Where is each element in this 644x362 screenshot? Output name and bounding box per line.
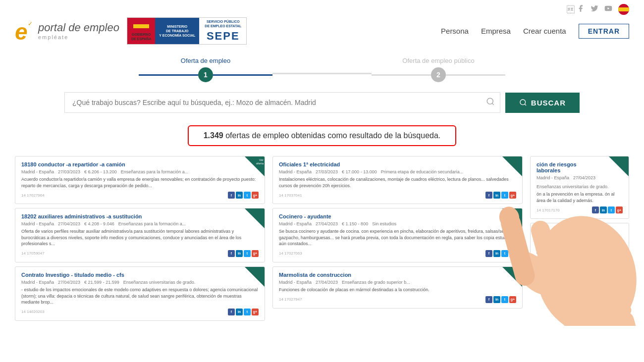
social-share-2-1: f in t g+	[485, 192, 516, 199]
job-card-3-1[interactable]: ción de riesgos laborales Madrid - Españ…	[530, 156, 629, 219]
share-gp-1-1[interactable]: g+	[252, 192, 259, 199]
header-main: e ✓ portal de empleo empléate GOBIERNODE…	[0, 15, 644, 52]
svg-point-6	[487, 98, 493, 104]
buscar-search-icon	[519, 99, 527, 106]
job-salary-2-2: € 1.150 - 800	[342, 221, 368, 226]
job-date-3-2: 27/04/2023	[554, 236, 577, 241]
job-card-2-3[interactable]: Marmolista de construccion Madrid - Espa…	[272, 266, 523, 309]
job-location-1-1: Madrid - España	[21, 169, 54, 174]
step2-line-right	[446, 74, 505, 76]
youtube-icon[interactable]	[604, 4, 612, 14]
language-flag[interactable]	[618, 4, 629, 15]
job-meta-2-3: Madrid - España 27/04/2023 Enseñanzas de…	[279, 280, 516, 285]
job-title-3-2: Cre...	[537, 228, 623, 234]
job-card-1-3[interactable]: Contrato Investigo - titulado medio - cf…	[15, 266, 265, 321]
card-footer-3-1: 14 17017170 f in t g+	[537, 207, 623, 213]
card-column-3: ción de riesgos laborales Madrid - Españ…	[530, 156, 629, 321]
job-id-2-1: 14 17037041	[279, 193, 302, 198]
job-salary-1-2: € 4.208 - 9.046	[84, 221, 114, 226]
job-title-1-1: 18180 conductor -a repartidor -a camión	[21, 161, 238, 167]
svg-text:✓: ✓	[28, 20, 33, 27]
job-date-2-3: 27/04/2023	[316, 280, 338, 285]
job-meta-3-1: Madrid - España 27/04/2023 Enseñanzas un…	[537, 175, 623, 189]
share-gp-1-3[interactable]: g+	[252, 309, 259, 315]
job-date-1-3: 27/04/2023	[58, 280, 80, 285]
job-card-1-1[interactable]: Veroferta 18180 conductor -a repartidor …	[15, 156, 265, 204]
step2-row: 2	[372, 67, 505, 82]
share-fb-1-3[interactable]: f	[228, 309, 235, 315]
sepe-logo: GOBIERNODE ESPAÑA MINISTERIODE TRABAJOY …	[127, 17, 247, 45]
portal-main-text: portal de empleo	[38, 22, 119, 34]
card-footer-3-2: 14 17217170 f in t g+	[537, 271, 623, 278]
job-id-3-1: 14 17017170	[537, 208, 560, 212]
share-li-1-1[interactable]: in	[236, 192, 243, 199]
job-title-2-1: Oficiales 1ª electricidad	[279, 161, 495, 167]
job-req-2-2: Sin estudios	[372, 221, 396, 226]
step1-circle: 1	[198, 67, 213, 82]
buscar-button[interactable]: BUSCAR	[505, 93, 580, 113]
facebook-icon[interactable]: 	[567, 4, 585, 14]
sepe-govt-section: GOBIERNODE ESPAÑA	[127, 17, 155, 45]
share-fb-1-2[interactable]: f	[228, 250, 235, 257]
job-title-1-2: 18202 auxiliares administrativos -a sust…	[21, 213, 238, 219]
card-footer-1-2: 14 17059047 f in t g+	[21, 250, 259, 257]
results-banner: 1.349 ofertas de empleo obtenidas como r…	[0, 120, 644, 151]
job-desc-1-2: Oferta de varios perfiles resultar auxil…	[21, 228, 259, 247]
job-date-2-1: 27/03/2023	[316, 169, 338, 174]
job-meta-1-2: Madrid - España 27/04/2023 € 4.208 - 9.0…	[21, 221, 259, 226]
job-req-2-3: Enseñanzas de grado superior b...	[342, 280, 410, 285]
search-input[interactable]	[65, 93, 500, 112]
job-desc-1-1: Acuerdo conductor/a repartidor/a camión …	[21, 176, 259, 189]
twitter-icon[interactable]	[590, 4, 598, 14]
search-icon-button[interactable]	[486, 97, 495, 108]
step1-line-left	[139, 74, 198, 76]
job-desc-2-2: Se busca cocinero y ayudante de cocina. …	[279, 228, 516, 247]
spain-flag-icon	[133, 21, 149, 32]
job-location-3-2: Madrid	[537, 236, 550, 241]
portal-e-icon: e ✓	[15, 19, 36, 44]
job-id-1-3: 14 14020203	[21, 310, 45, 314]
job-meta-2-1: Madrid - España 27/03/2023 € 17.000 - 13…	[279, 169, 516, 174]
job-id-1-1: 14 17027964	[21, 193, 45, 198]
job-card-2-2[interactable]: Cocinero - ayudante Madrid - España 27/0…	[272, 208, 523, 262]
share-li-1-2[interactable]: in	[236, 250, 243, 257]
results-count: 1.349	[204, 131, 223, 140]
card-badge-3-1	[609, 156, 629, 176]
cards-section: Veroferta 18180 conductor -a repartidor …	[0, 151, 644, 326]
job-desc-2-1: Instalaciones eléctricas, colocación de …	[279, 176, 516, 189]
job-req-3-1: Enseñanzas universitarias de grado.	[537, 184, 609, 189]
step1-line-right	[213, 74, 272, 76]
sepe-label: SEPE	[207, 30, 240, 43]
share-tw-1-3[interactable]: t	[244, 309, 251, 315]
share-li-1-3[interactable]: in	[236, 309, 243, 315]
portal-logo: e ✓ portal de empleo empléate	[15, 19, 119, 44]
share-gp-1-2[interactable]: g+	[252, 250, 259, 257]
social-share-3-2: f in t g+	[592, 271, 623, 278]
portal-sub-text: empléate	[38, 34, 119, 40]
sepe-ministry-section: MINISTERIODE TRABAJOY ECONOMÍA SOCIAL	[155, 17, 199, 45]
card-badge-1-3	[245, 267, 265, 287]
card-footer-2-2: 14 17027063 f in t g+	[279, 250, 516, 257]
job-card-3-2[interactable]: Cre... Madrid 27/04/2023 Línea comunicac…	[530, 223, 629, 283]
entrar-button[interactable]: ENTRAR	[579, 24, 629, 39]
ministry-text: MINISTERIODE TRABAJOY ECONOMÍA SOCIAL	[159, 24, 195, 38]
job-location-1-3: Madrid - España	[21, 280, 54, 285]
nav-persona[interactable]: Persona	[441, 27, 469, 35]
step1-row: 1	[139, 67, 272, 82]
job-id-2-2: 14 17027063	[279, 251, 302, 256]
job-card-2-1[interactable]: Oficiales 1ª electricidad Madrid - Españ…	[272, 156, 523, 204]
nav-crear-cuenta[interactable]: Crear cuenta	[523, 27, 566, 35]
share-tw-1-2[interactable]: t	[244, 250, 251, 257]
job-id-1-2: 14 17059047	[21, 251, 45, 256]
job-location-2-3: Madrid - España	[279, 280, 312, 285]
govt-text: GOBIERNODE ESPAÑA	[131, 33, 151, 41]
step2-circle: 2	[431, 67, 446, 82]
service-text: SERVICIO PÚBLICODE EMPLEO ESTATAL	[205, 19, 241, 28]
svg-point-7	[520, 100, 526, 105]
job-id-2-3: 14 17027947	[279, 297, 302, 302]
nav-empresa[interactable]: Empresa	[481, 27, 511, 35]
share-fb-1-1[interactable]: f	[228, 192, 235, 199]
job-date-1-1: 27/03/2023	[58, 169, 80, 174]
share-tw-1-1[interactable]: t	[244, 192, 251, 199]
job-card-1-2[interactable]: 18202 auxiliares administrativos -a sust…	[15, 208, 265, 262]
